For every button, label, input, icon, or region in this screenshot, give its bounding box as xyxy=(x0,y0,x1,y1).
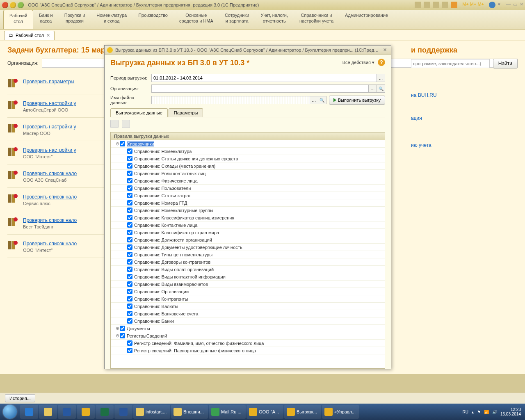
rule-checkbox[interactable] xyxy=(127,296,132,301)
tree-row[interactable]: Справочник: Виды взаиморасчетов xyxy=(111,281,385,288)
org-search-button[interactable]: 🔍 xyxy=(377,84,385,93)
close-icon[interactable] xyxy=(2,2,8,8)
tree-row[interactable]: Справочник: Статьи движения денежных сре… xyxy=(111,155,385,162)
task-link[interactable]: Проверить параметры xyxy=(23,79,74,84)
task-link[interactable]: Проверить настройки у xyxy=(23,147,76,153)
start-button[interactable] xyxy=(0,404,20,420)
check-all-button[interactable] xyxy=(110,120,119,128)
window-close-icon[interactable]: ✕ xyxy=(520,2,523,8)
flag-icon[interactable]: ⚑ xyxy=(477,410,481,414)
close-icon[interactable]: ✕ xyxy=(46,33,50,38)
taskbar-explorer[interactable] xyxy=(39,405,57,419)
expand-icon[interactable]: ⊖ xyxy=(115,141,120,146)
tool-icon[interactable] xyxy=(415,2,421,8)
task-link[interactable]: Проверить список нало xyxy=(23,241,77,247)
rule-checkbox[interactable] xyxy=(127,267,132,272)
period-input[interactable] xyxy=(151,74,377,82)
rule-checkbox[interactable] xyxy=(127,237,132,242)
network-icon[interactable]: 📶 xyxy=(484,410,489,414)
search-input[interactable] xyxy=(411,59,490,68)
execute-export-button[interactable]: Выполнить выгрузку xyxy=(329,96,385,105)
file-input[interactable] xyxy=(151,96,310,104)
file-picker-button[interactable]: … xyxy=(310,96,318,104)
tree-row[interactable]: Справочник: Пользователи xyxy=(111,185,385,192)
task-link[interactable]: Проверить список нало xyxy=(23,217,77,223)
rule-checkbox[interactable] xyxy=(127,156,132,161)
tree-row[interactable]: Справочник: Номенклатурные группы xyxy=(111,207,385,214)
tool-icon[interactable] xyxy=(424,2,430,8)
tree-row[interactable]: ⊖Справочники xyxy=(111,140,385,148)
nav-tab[interactable]: Банк икасса xyxy=(33,10,58,29)
rule-checkbox[interactable] xyxy=(127,185,132,191)
rule-checkbox[interactable] xyxy=(127,178,132,183)
rule-checkbox[interactable] xyxy=(127,274,132,279)
calendar-icon[interactable] xyxy=(451,2,457,8)
tree-row[interactable]: Справочник: Банки xyxy=(111,317,385,325)
tree-row[interactable]: Справочник: Договоры контрагентов xyxy=(111,258,385,266)
rule-checkbox[interactable] xyxy=(127,193,132,198)
org-input[interactable] xyxy=(151,84,369,93)
side-link[interactable]: ию учета xyxy=(411,142,518,148)
history-button[interactable]: История... xyxy=(5,394,35,402)
document-tab[interactable]: 🗂 Рабочий стол ✕ xyxy=(4,31,55,40)
expand-icon[interactable]: ⊖ xyxy=(115,333,120,338)
tray-clock[interactable]: 12:23 15.03.2014 xyxy=(500,407,521,416)
dialog-titlebar[interactable]: Выгрузка данных из БП 3.0 в УТ 10.3 - ОО… xyxy=(105,46,391,55)
rule-checkbox[interactable] xyxy=(120,333,125,338)
nav-tab[interactable]: Производство xyxy=(132,10,173,29)
file-search-button[interactable]: 🔍 xyxy=(318,96,326,104)
close-icon[interactable]: ✕ xyxy=(381,47,388,52)
rule-checkbox[interactable] xyxy=(127,259,132,265)
rule-checkbox[interactable] xyxy=(127,252,132,257)
tree-row[interactable]: ⊕Документы xyxy=(111,325,385,332)
tool-icon[interactable] xyxy=(433,2,439,8)
nav-tab[interactable]: Справочники инастройки учета xyxy=(294,10,339,29)
rule-checkbox[interactable] xyxy=(127,200,132,205)
tree-row[interactable]: Справочник: Классификатор единиц измерен… xyxy=(111,214,385,221)
side-link[interactable]: ация xyxy=(411,115,518,121)
rules-tree[interactable]: ⊖СправочникиСправочник: НоменклатураСпра… xyxy=(110,140,385,369)
tree-row[interactable]: Справочник: Виды контактной информации xyxy=(111,273,385,281)
org-picker-button[interactable]: … xyxy=(369,84,377,93)
nav-tab[interactable]: Учет, налоги,отчетность xyxy=(255,10,293,29)
side-link[interactable]: на BUH.RU xyxy=(411,92,518,98)
tree-row[interactable]: Справочник: Роли контактных лиц xyxy=(111,170,385,177)
taskbar-app[interactable]: Внешни... xyxy=(171,405,208,419)
taskbar-ie[interactable] xyxy=(20,405,38,419)
tree-row[interactable]: Справочник: Классификатор стран мира xyxy=(111,229,385,236)
tab-parameters[interactable]: Параметры xyxy=(169,108,203,117)
rule-checkbox[interactable] xyxy=(127,318,132,324)
taskbar-outlook[interactable] xyxy=(58,405,76,419)
rule-checkbox[interactable] xyxy=(127,348,132,353)
tree-row[interactable]: Справочник: Статьи затрат xyxy=(111,192,385,199)
task-link[interactable]: Проверить список нало xyxy=(23,194,77,200)
info-icon[interactable] xyxy=(489,2,495,8)
maximize-icon[interactable] xyxy=(17,2,24,8)
tree-row[interactable]: Справочник: Физические лица xyxy=(111,177,385,185)
rule-checkbox[interactable] xyxy=(127,148,132,154)
tray-up-icon[interactable]: ▴ xyxy=(472,410,474,414)
uncheck-all-button[interactable] xyxy=(122,120,130,128)
rule-checkbox[interactable] xyxy=(127,215,132,220)
taskbar-app[interactable]: infostart.... xyxy=(133,405,170,419)
rule-checkbox[interactable] xyxy=(127,311,132,316)
taskbar-app[interactable]: Выгрузк... xyxy=(284,405,321,419)
help-icon[interactable]: ? xyxy=(378,59,385,66)
volume-icon[interactable]: 🔊 xyxy=(492,410,497,414)
task-link[interactable]: Проверить настройки у xyxy=(23,124,76,130)
taskbar-1c[interactable] xyxy=(77,405,95,419)
rule-checkbox[interactable] xyxy=(127,244,132,250)
nav-tab[interactable]: Рабочийстол xyxy=(3,10,33,29)
taskbar-excel[interactable] xyxy=(96,405,114,419)
rule-checkbox[interactable] xyxy=(127,289,132,294)
tree-row[interactable]: Справочник: Типы цен номенклатуры xyxy=(111,251,385,258)
rule-checkbox[interactable] xyxy=(127,208,132,213)
rule-checkbox[interactable] xyxy=(127,304,132,309)
tool-icon[interactable] xyxy=(442,2,448,8)
rule-checkbox[interactable] xyxy=(127,171,132,176)
tree-row[interactable]: Регистр сведений: Фамилия, имя, отчество… xyxy=(111,340,385,347)
taskbar-app[interactable]: «Управл... xyxy=(322,405,359,419)
taskbar-app[interactable]: Mail.Ru ... xyxy=(209,405,246,419)
rule-checkbox[interactable] xyxy=(127,222,132,228)
rule-checkbox[interactable] xyxy=(127,230,132,235)
